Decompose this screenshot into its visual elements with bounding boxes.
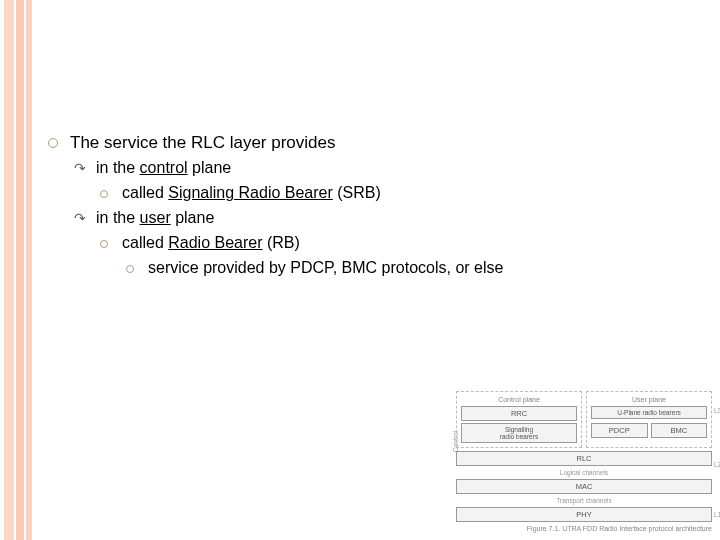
left-stripe-1 [4,0,14,540]
ring-bullet-icon [126,265,134,273]
rrc-box: RRC [461,406,577,421]
bullet-1: The service the RLC layer provides [48,130,668,156]
sub1-pre: in the [96,159,140,176]
sub1-post: plane [188,159,232,176]
sub2-underline: user [140,209,171,226]
sub2-pre: in the [96,209,140,226]
bullet-1-text: The service the RLC layer provides [70,130,668,156]
rlc-box: RLC [456,451,712,466]
sub1-underline: control [140,159,188,176]
sub1a-post: (SRB) [333,184,381,201]
layer-l2: L2 [714,461,720,468]
loop-bullet-icon: ↷ [74,208,86,230]
subbullet-1a: called Signaling Radio Bearer (SRB) [100,181,668,206]
control-plane-col: Control plane RRC Signalling radio beare… [456,391,582,448]
transport-channels-label: Transport channels [456,497,712,504]
urb-box: U-Plane radio bearers [591,406,707,419]
subbullet-2a1: service provided by PDCP, BMC protocols,… [126,256,668,281]
pdcp-box: PDCP [591,423,648,438]
phy-box: PHY [456,507,712,522]
logical-channels-label: Logical channels [456,469,712,476]
sub2a-post: (RB) [263,234,300,251]
sub1a-pre: called [122,184,168,201]
ring-bullet-icon [48,138,58,148]
sub2a-pre: called [122,234,168,251]
loop-bullet-icon: ↷ [74,158,86,180]
left-stripe-2 [16,0,24,540]
subbullet-1: ↷ in the control plane [74,156,668,181]
ring-bullet-icon [100,240,108,248]
ring-bullet-icon [100,190,108,198]
user-plane-col: User plane U-Plane radio bearers PDCP BM… [586,391,712,448]
user-plane-header: User plane [591,396,707,403]
sub2-post: plane [171,209,215,226]
left-stripe-3 [26,0,32,540]
sub1a-underline: Signaling Radio Bearer [168,184,333,201]
control-plane-header: Control plane [461,396,577,403]
bmc-box: BMC [651,423,708,438]
sub2a-underline: Radio Bearer [168,234,262,251]
subbullet-2a: called Radio Bearer (RB) [100,231,668,256]
slide-body: The service the RLC layer provides ↷ in … [48,130,668,280]
protocol-diagram: Control Control plane RRC Signalling rad… [456,391,712,532]
subbullet-2: ↷ in the user plane [74,206,668,231]
srb-box: Signalling radio bearers [461,423,577,443]
figure-caption: Figure 7.1. UTRA FDD Radio Interface pro… [456,525,712,532]
sub2a1-text: service provided by PDCP, BMC protocols,… [148,256,668,281]
mac-box: MAC [456,479,712,494]
layer-l3: L3 [714,407,720,414]
layer-l1: L1 [714,511,720,518]
